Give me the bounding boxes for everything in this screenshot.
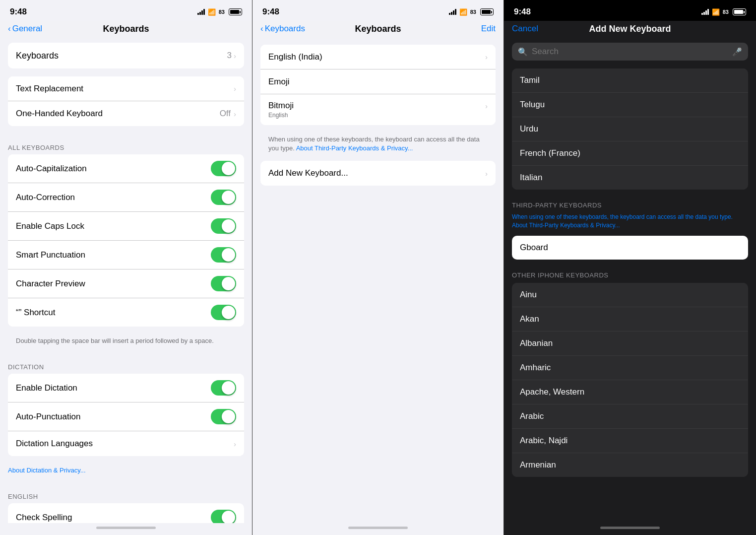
home-indicator-2 — [252, 523, 504, 535]
nav-bar-3: Cancel Add New Keyboard — [504, 21, 756, 39]
keyboards-item-right: 3 › — [227, 51, 236, 61]
french-france-item[interactable]: French (France) — [512, 141, 748, 166]
tamil-item[interactable]: Tamil — [512, 68, 748, 93]
nav-bar-1: ‹ General Keyboards — [0, 21, 252, 39]
period-shortcut-toggle[interactable] — [211, 305, 236, 320]
other-keyboards-group: Ainu Akan Albanian Amharic Apache, Weste… — [512, 283, 748, 477]
panel-keyboards-settings: 9:48 📶 83 ‹ General Keyboards K — [0, 0, 252, 535]
auto-punctuation-label: Auto-Punctuation — [16, 412, 80, 422]
char-preview-item[interactable]: Character Preview — [8, 269, 244, 298]
caps-lock-item[interactable]: Enable Caps Lock — [8, 212, 244, 241]
smart-punctuation-toggle[interactable] — [211, 247, 236, 263]
battery-label-3: 83 — [723, 9, 729, 15]
auto-punctuation-item[interactable]: Auto-Punctuation — [8, 402, 244, 431]
char-preview-toggle[interactable] — [211, 276, 236, 291]
telugu-item[interactable]: Telugu — [512, 93, 748, 117]
one-handed-keyboard-item[interactable]: One-Handed Keyboard Off › — [8, 101, 244, 126]
add-new-keyboard-label: Add New Keyboard... — [268, 168, 348, 178]
home-indicator-1 — [0, 523, 252, 535]
page-title-3: Add New Keyboard — [589, 24, 671, 34]
albanian-item[interactable]: Albanian — [512, 332, 748, 356]
auto-correction-label: Auto-Correction — [16, 193, 75, 202]
check-spelling-toggle[interactable] — [211, 510, 236, 523]
dictation-languages-item[interactable]: Dictation Languages › — [8, 431, 244, 456]
status-bar-2: 9:48 📶 83 — [252, 0, 504, 21]
keyboards-nav-item[interactable]: Keyboards 3 › — [8, 43, 244, 68]
armenian-item[interactable]: Armenian — [512, 453, 748, 477]
caps-lock-toggle[interactable] — [211, 218, 236, 234]
dictation-header: DICTATION — [0, 353, 252, 374]
edit-button[interactable]: Edit — [481, 24, 496, 34]
panel-add-keyboard: 9:48 📶 83 Cancel Add New Keyboard 🔍 🎤 — [504, 0, 756, 535]
wifi-icon-1: 📶 — [208, 8, 216, 16]
scroll-area-2[interactable]: English (India) › Emoji Bitmoji › Englis… — [252, 39, 504, 523]
check-spelling-item[interactable]: Check Spelling — [8, 503, 244, 523]
amharic-item[interactable]: Amharic — [512, 356, 748, 380]
enable-dictation-label: Enable Dictation — [16, 383, 77, 393]
scroll-area-3[interactable]: Tamil Telugu Urdu French (France) Italia… — [504, 65, 756, 523]
italian-item[interactable]: Italian — [512, 166, 748, 190]
check-spelling-label: Check Spelling — [16, 513, 72, 523]
home-indicator-3 — [504, 523, 756, 535]
cancel-button[interactable]: Cancel — [512, 24, 538, 34]
auto-cap-item[interactable]: Auto-Capitalization — [8, 154, 244, 183]
back-label-2[interactable]: Keyboards — [265, 24, 305, 34]
enable-dictation-item[interactable]: Enable Dictation — [8, 374, 244, 402]
gboard-group: Gboard — [512, 236, 748, 260]
battery-icon-2 — [480, 8, 494, 15]
third-party-note-2: When using one of these keyboards, the k… — [252, 133, 504, 161]
enable-dictation-toggle[interactable] — [211, 380, 236, 396]
smart-punctuation-item[interactable]: Smart Punctuation — [8, 241, 244, 269]
status-icons-2: 📶 83 — [449, 8, 494, 16]
auto-correction-toggle[interactable] — [211, 190, 236, 205]
mic-icon[interactable]: 🎤 — [732, 47, 742, 57]
smart-punctuation-label: Smart Punctuation — [16, 250, 85, 260]
third-party-link-3[interactable]: About Third-Party Keyboards & Privacy... — [512, 222, 620, 229]
auto-punctuation-toggle[interactable] — [211, 409, 236, 424]
status-time-2: 9:48 — [262, 7, 279, 17]
all-keyboards-group: Auto-Capitalization Auto-Correction Enab… — [8, 154, 244, 327]
urdu-item[interactable]: Urdu — [512, 117, 748, 141]
third-party-note-3: When using one of these keyboards, the k… — [504, 211, 756, 234]
page-title-2: Keyboards — [355, 24, 401, 34]
keyboards-list-group: English (India) › Emoji Bitmoji › Englis… — [260, 45, 496, 125]
back-label-1[interactable]: General — [12, 24, 42, 34]
battery-label-2: 83 — [470, 9, 476, 15]
auto-cap-toggle[interactable] — [211, 161, 236, 176]
search-input[interactable] — [532, 47, 728, 57]
signal-icon-1 — [197, 9, 205, 15]
back-button-1[interactable]: ‹ General — [8, 24, 42, 34]
arabic-item[interactable]: Arabic — [512, 404, 748, 429]
ainu-item[interactable]: Ainu — [512, 283, 748, 307]
bitmoji-item[interactable]: Bitmoji › English — [260, 94, 496, 125]
add-new-keyboard-item[interactable]: Add New Keyboard... › — [260, 161, 496, 186]
status-icons-1: 📶 83 — [197, 8, 242, 16]
dictation-privacy-link[interactable]: About Dictation & Privacy... — [0, 464, 252, 483]
back-button-2[interactable]: ‹ Keyboards — [260, 24, 305, 34]
scroll-area-1[interactable]: Keyboards 3 › Text Replacement › One-Han… — [0, 39, 252, 523]
signal-icon-3 — [701, 9, 709, 15]
period-shortcut-item[interactable]: “” Shortcut — [8, 298, 244, 327]
auto-correction-item[interactable]: Auto-Correction — [8, 183, 244, 212]
char-preview-label: Character Preview — [16, 279, 85, 289]
english-india-item[interactable]: English (India) › — [260, 45, 496, 69]
emoji-label: Emoji — [268, 77, 290, 87]
gboard-item[interactable]: Gboard — [512, 236, 748, 260]
text-replacement-item[interactable]: Text Replacement › — [8, 76, 244, 101]
apache-western-item[interactable]: Apache, Western — [512, 380, 748, 404]
other-keyboards-header: OTHER IPHONE KEYBOARDS — [504, 264, 756, 281]
english-india-label: English (India) — [268, 52, 322, 62]
third-party-link-2[interactable]: About Third-Party Keyboards & Privacy... — [296, 144, 413, 152]
signal-icon-2 — [449, 9, 456, 15]
general-settings-group: Text Replacement › One-Handed Keyboard O… — [8, 76, 244, 126]
chevron-icon-ohk: › — [234, 110, 236, 118]
arabic-najdi-item[interactable]: Arabic, Najdi — [512, 429, 748, 453]
bitmoji-label: Bitmoji — [268, 101, 294, 111]
bitmoji-subtext: English — [268, 112, 288, 119]
akan-item[interactable]: Akan — [512, 307, 748, 332]
emoji-item[interactable]: Emoji — [260, 69, 496, 94]
status-bar-1: 9:48 📶 83 — [0, 0, 252, 21]
suggested-group: Tamil Telugu Urdu French (France) Italia… — [512, 68, 748, 190]
chevron-icon-tr: › — [234, 84, 236, 93]
wifi-icon-3: 📶 — [712, 8, 720, 16]
